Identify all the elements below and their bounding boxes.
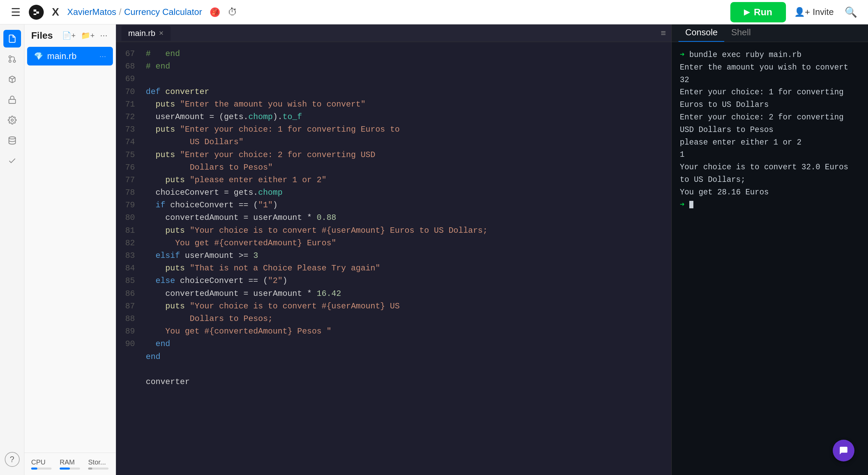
ruby-file-icon: 💎 — [34, 52, 43, 61]
stor-fill — [88, 468, 92, 470]
console-output-3: Enter your choice: 1 for converting Euro… — [680, 88, 844, 109]
new-folder-button[interactable]: 📁+ — [80, 30, 96, 41]
console-output-2: 32 — [680, 76, 689, 84]
svg-rect-4 — [9, 99, 16, 103]
stor-resource: Stor... — [88, 458, 108, 470]
console-output-8: You get 28.16 Euros — [680, 188, 769, 197]
cpu-track — [31, 468, 52, 470]
breadcrumb-project[interactable]: Currency Calculator — [124, 7, 202, 17]
check-icon — [8, 156, 17, 165]
code-line-87: end — [140, 338, 671, 350]
chat-icon — [839, 445, 849, 456]
ram-track — [60, 468, 80, 470]
file-item-menu-icon[interactable]: ⋯ — [99, 52, 106, 60]
x-logo: X — [52, 6, 59, 18]
console-content[interactable]: ➜ bundle exec ruby main.rb Enter the amo… — [672, 42, 868, 475]
tab-close-icon[interactable]: ✕ — [159, 30, 164, 37]
file-item-main-rb[interactable]: 💎 main.rb ⋯ — [27, 47, 113, 65]
code-line-89 — [140, 363, 671, 376]
git-icon — [8, 55, 17, 63]
breadcrumb-user[interactable]: XavierMatos — [67, 7, 116, 17]
code-line-90: converter — [140, 376, 671, 388]
tab-name: main.rb — [128, 28, 155, 38]
sidebar-item-settings[interactable] — [3, 111, 21, 129]
cpu-fill — [31, 468, 37, 470]
console-line-1: Enter the amount you wish to convert — [680, 61, 860, 74]
invite-icon: 👤+ — [794, 7, 810, 17]
topbar-right: 👤+ Invite 🔍 — [794, 6, 857, 18]
code-line-86: You get #{convertedAmount} Pesos " — [140, 325, 671, 338]
console-tab-console[interactable]: Console — [678, 24, 724, 42]
play-icon: ▶ — [744, 8, 750, 17]
console-line-5: please enter either 1 or 2 — [680, 136, 860, 149]
files-icon — [8, 34, 17, 43]
code-line-71: puts "Enter the amount you wish to conve… — [140, 98, 671, 111]
topbar-left: ☰ X XavierMatos / Currency Calculator 🎒 … — [11, 5, 722, 20]
code-line-85b: Dollars to Pesos; — [140, 312, 671, 325]
code-line-85: puts "Your choice is to convert #{userAm… — [140, 300, 671, 312]
files-more-button[interactable]: ⋯ — [99, 30, 109, 41]
invite-button[interactable]: 👤+ Invite — [794, 7, 834, 17]
console-cursor — [689, 201, 693, 208]
code-line-80: You get #{convertedAmount} Euros" — [140, 237, 671, 249]
new-file-button[interactable]: 📄+ — [61, 30, 77, 41]
run-button[interactable]: ▶ Run — [730, 2, 786, 22]
cpu-label: CPU — [31, 458, 52, 466]
console-line-prompt[interactable]: ➜ — [680, 199, 860, 211]
svg-point-2 — [9, 56, 11, 58]
prompt-icon: ➜ — [680, 51, 689, 59]
code-line-81: elsif userAmount >= 3 — [140, 249, 671, 262]
code-line-68: # end — [140, 60, 671, 73]
console-output-4: Enter your choice: 2 for converting USD … — [680, 113, 844, 134]
console-output-6: 1 — [680, 150, 685, 159]
code-line-72: userAmount = (gets.chomp).to_f — [140, 111, 671, 123]
console-line-cmd: ➜ bundle exec ruby main.rb — [680, 49, 860, 61]
history-icon[interactable]: ⏱ — [228, 6, 237, 18]
replit-logo — [29, 5, 44, 20]
sidebar-item-check[interactable] — [3, 152, 21, 170]
topbar: ☰ X XavierMatos / Currency Calculator 🎒 … — [0, 0, 868, 24]
sidebar-item-files[interactable] — [3, 30, 21, 48]
sidebar-bottom: ? — [5, 452, 20, 475]
stor-label: Stor... — [88, 458, 108, 466]
sidebar-item-packages[interactable] — [3, 71, 21, 88]
files-footer: CPU RAM Stor... ⌃ — [24, 453, 116, 475]
svg-point-1 — [13, 60, 16, 62]
chat-button[interactable] — [833, 440, 854, 461]
ram-label: RAM — [60, 458, 80, 466]
ram-resource: RAM — [60, 458, 80, 470]
hamburger-icon[interactable]: ☰ — [11, 6, 21, 19]
code-lines[interactable]: # end # end def converter puts "Enter th… — [140, 42, 671, 475]
run-label: Run — [754, 7, 772, 18]
file-badge: 🎒 — [210, 7, 220, 17]
console-tab-shell[interactable]: Shell — [724, 24, 757, 42]
main-layout: ? Files 📄+ 📁+ ⋯ 💎 main.rb ⋯ CPU — [0, 24, 868, 475]
search-icon[interactable]: 🔍 — [845, 6, 857, 18]
console-command: bundle exec ruby main.rb — [689, 51, 802, 59]
code-content[interactable]: 67 68 69 70 71 72 73 74 75 76 77 78 79 8… — [116, 42, 671, 475]
code-line-88: end — [140, 350, 671, 363]
console-panel: Console Shell ➜ bundle exec ruby main.rb… — [671, 24, 868, 475]
console-line-3: Enter your choice: 1 for converting Euro… — [680, 86, 860, 111]
code-line-76: choiceConvert = gets.chomp — [140, 186, 671, 199]
console-line-6: 1 — [680, 149, 860, 161]
files-panel: Files 📄+ 📁+ ⋯ 💎 main.rb ⋯ CPU RA — [24, 24, 116, 475]
svg-point-3 — [9, 60, 11, 62]
svg-point-6 — [9, 137, 16, 139]
code-line-67: # end — [140, 48, 671, 60]
editor-tab-main-rb[interactable]: main.rb ✕ — [121, 26, 171, 41]
resource-bar: CPU RAM Stor... ⌃ — [31, 458, 109, 470]
cpu-resource: CPU — [31, 458, 52, 470]
help-button[interactable]: ? — [5, 452, 20, 467]
ram-fill — [60, 468, 70, 470]
editor-menu-button[interactable]: ≡ — [661, 28, 666, 38]
sidebar-item-git[interactable] — [3, 50, 21, 68]
stor-track — [88, 468, 108, 470]
packages-icon — [8, 75, 17, 84]
sidebar-item-database[interactable] — [3, 132, 21, 149]
code-line-84: convertedAmount = userAmount * 16.42 — [140, 287, 671, 300]
code-line-73b: US Dollars" — [140, 136, 671, 148]
sidebar-item-secrets[interactable] — [3, 91, 21, 109]
code-line-82: puts "That is not a Choice Please Try ag… — [140, 262, 671, 274]
code-line-74b: Dollars to Pesos" — [140, 161, 671, 174]
